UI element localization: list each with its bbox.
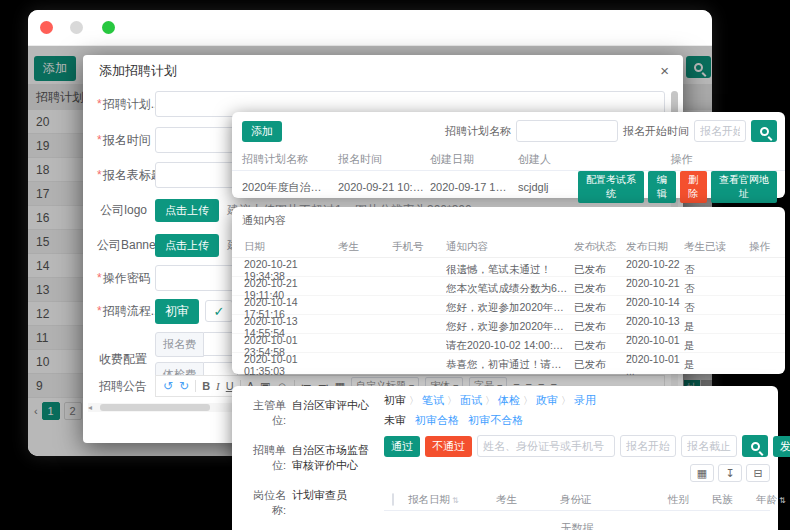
plan-search-bar: 招聘计划名称 报名开始时间: [445, 120, 777, 142]
table-row[interactable]: 2020-10-21 19:34:38 很遗憾，笔试未通过！ 已发布 2020-…: [232, 258, 785, 277]
plan-name-cell: 2020年度自治区市场监...: [242, 180, 338, 195]
col-candidate: 考生: [492, 493, 556, 507]
status-cell: 已发布: [574, 358, 626, 372]
scroll-left-icon[interactable]: ◂: [88, 403, 92, 412]
review-action-bar: 通过 不通过 发送消息 公布初审结果 公布缴费通知: [384, 435, 770, 457]
filter-unreviewed[interactable]: 未审: [384, 414, 406, 426]
password-label: *操作密码: [97, 270, 155, 287]
signup-start-input[interactable]: [620, 435, 676, 457]
sort-icon[interactable]: ⇅: [452, 496, 459, 505]
filter-passed[interactable]: 初审合格: [415, 414, 459, 426]
position-info-panel: 主管单位: 自治区审评中心 招聘单位: 自治区市场监督审核评价中心 岗位名称: …: [232, 386, 382, 530]
step-written-test[interactable]: 笔试: [422, 394, 444, 406]
redo-icon[interactable]: ↻: [179, 379, 189, 393]
pass-button[interactable]: 通过: [384, 436, 420, 457]
select-all-checkbox[interactable]: [392, 493, 394, 506]
table-row[interactable]: 2020年度自治区市场监... 2020-09-21 10:00到2020...…: [232, 171, 785, 198]
row-actions: 配置考试系统 编辑 删除 查看官网地址: [578, 171, 785, 203]
status-cell: 已发布: [574, 320, 626, 334]
minimize-traffic-light-icon[interactable]: [70, 21, 83, 34]
step-hired[interactable]: 录用: [574, 394, 596, 406]
col-publish-status: 发布状态: [574, 240, 626, 254]
add-plan-button[interactable]: 添加: [242, 121, 282, 142]
status-cell: 已发布: [574, 282, 626, 296]
created-date-cell: 2020-09-17 13:58:35: [430, 181, 518, 193]
supervisor-unit-value: 自治区审评中心: [292, 398, 369, 428]
bold-icon[interactable]: B: [202, 380, 210, 392]
col-gender: 性别: [664, 493, 708, 507]
step-political-review[interactable]: 政审: [536, 394, 558, 406]
position-name-value: 计划审查员: [292, 488, 347, 518]
col-id-number: 身份证: [556, 493, 664, 507]
plan-name-label: *招聘计划...: [97, 96, 155, 113]
col-date: 日期: [244, 240, 338, 254]
fail-button[interactable]: 不通过: [425, 436, 472, 457]
close-icon[interactable]: ×: [660, 62, 669, 79]
check-icon[interactable]: ✓: [205, 300, 233, 322]
step-breadcrumb: 初审〉笔试〉面试〉体检〉政审〉录用: [384, 386, 770, 408]
read-cell: 否: [684, 263, 734, 277]
col-ethnicity: 民族: [708, 493, 752, 507]
signup-start-search-input[interactable]: [694, 120, 746, 142]
form-title-label: *报名表标题: [97, 167, 155, 184]
undo-icon[interactable]: ↺: [163, 379, 173, 393]
notification-table-header: 日期 考生 手机号 通知内容 发布状态 发布日期 考生已读 操作: [232, 236, 785, 258]
desktop-background: 添加 招聘计划名称 20 19 18 17 16 15 14 13 12 11 …: [0, 0, 790, 530]
delete-button[interactable]: 删除: [680, 171, 707, 203]
configure-exam-system-button[interactable]: 配置考试系统: [578, 171, 644, 203]
sort-icon[interactable]: ⇅: [779, 496, 786, 505]
col-plan-name: 招聘计划名称: [242, 152, 338, 167]
flow-label: *招聘流程...: [97, 303, 155, 320]
step-first-review[interactable]: 初审: [384, 394, 406, 406]
column-settings-icon[interactable]: ▦: [690, 464, 714, 482]
table-row[interactable]: 2020-10-14 17:51:16 您好，欢迎参加2020年度自治区市场..…: [232, 296, 785, 315]
table-row[interactable]: 2020-10-01 01:35:03 恭喜您，初审通过！请等待进一步通知 已发…: [232, 353, 785, 372]
modal-title: 添加招聘计划: [83, 55, 683, 87]
search-button[interactable]: [751, 120, 777, 142]
candidate-search-input[interactable]: [477, 435, 615, 457]
table-row[interactable]: 2020-10-01 23:54:58 请在2020-10-02 14:00:0…: [232, 334, 785, 353]
status-cell: 已发布: [574, 301, 626, 315]
info-pair: 招聘单位: 自治区市场监督审核评价中心: [244, 443, 376, 473]
send-message-button[interactable]: 发送消息: [773, 436, 790, 457]
plan-card-toolbar: 添加 招聘计划名称 报名开始时间: [232, 112, 785, 142]
filter-failed[interactable]: 初审不合格: [468, 414, 523, 426]
signup-time-cell: 2020-09-21 10:00到2020...: [338, 180, 430, 195]
review-card: 主管单位: 自治区审评中心 招聘单位: 自治区市场监督审核评价中心 岗位名称: …: [232, 386, 778, 530]
scrollbar-thumb[interactable]: [100, 404, 210, 411]
table-row[interactable]: 2020-10-13 14:55:54 您好，欢迎参加2020年度自治区市场..…: [232, 315, 785, 334]
empty-table-placeholder: 无数据: [384, 511, 770, 530]
upload-banner-button[interactable]: 点击上传: [155, 234, 219, 257]
col-actions: 操作: [734, 240, 785, 254]
required-star: *: [97, 304, 102, 318]
divider: [195, 380, 196, 392]
flow-step-first-review-button[interactable]: 初审: [155, 299, 199, 324]
recruit-unit-value: 自治区市场监督审核评价中心: [292, 443, 376, 473]
col-created-date: 创建日期: [430, 152, 518, 167]
info-pair: 岗位名称: 计划审查员: [244, 488, 376, 518]
search-icon: [751, 442, 760, 451]
table-row[interactable]: 2020-10-21 19:11:40 您本次笔试成绩分数为66.52分 已发布…: [232, 277, 785, 296]
download-icon[interactable]: ↧: [718, 464, 742, 482]
col-creator: 创建人: [518, 152, 578, 167]
read-cell: 是: [684, 339, 734, 353]
edit-button[interactable]: 编辑: [648, 171, 675, 203]
upload-logo-button[interactable]: 点击上传: [155, 199, 219, 222]
step-physical-exam[interactable]: 体检: [498, 394, 520, 406]
window-titlebar: [28, 10, 712, 46]
italic-icon[interactable]: I: [216, 380, 220, 392]
recruit-unit-label: 招聘单位:: [244, 443, 286, 473]
review-filter-links: 未审 初审合格 初审不合格: [384, 413, 770, 428]
close-traffic-light-icon[interactable]: [40, 21, 53, 34]
chevron-separator-icon: 〉: [485, 395, 495, 406]
read-cell: 是: [684, 320, 734, 334]
plan-name-search-input[interactable]: [516, 120, 618, 142]
search-button[interactable]: [742, 435, 768, 457]
view-site-url-button[interactable]: 查看官网地址: [711, 171, 777, 203]
signup-end-input[interactable]: [681, 435, 737, 457]
print-icon[interactable]: ⊟: [746, 464, 770, 482]
creator-cell: scjdglj: [518, 181, 578, 193]
info-pair: 主管单位: 自治区审评中心: [244, 398, 376, 428]
step-interview[interactable]: 面试: [460, 394, 482, 406]
maximize-traffic-light-icon[interactable]: [102, 21, 115, 34]
